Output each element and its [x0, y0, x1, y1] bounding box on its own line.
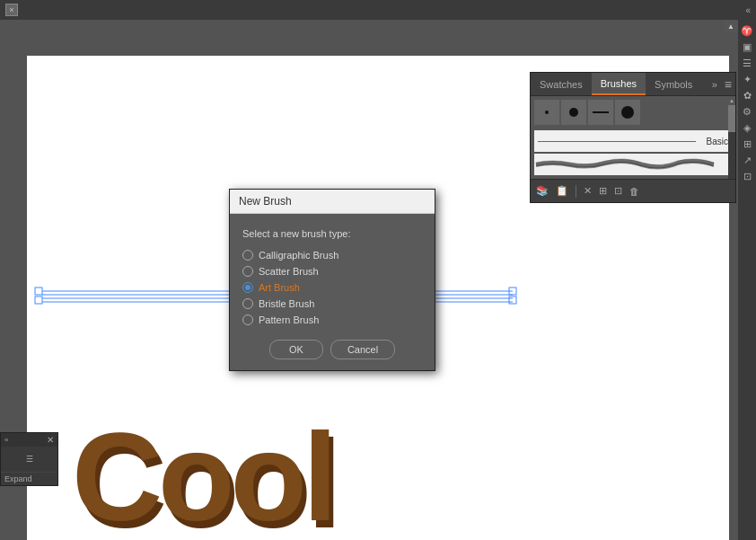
radio-scatter[interactable]: Scatter Brush — [242, 266, 422, 277]
toolbar-separator — [576, 185, 576, 198]
radio-pattern[interactable]: Pattern Brush — [242, 314, 422, 325]
delete-brush-icon[interactable]: ✕ — [582, 183, 593, 199]
sidebar-icon-7[interactable]: ◈ — [740, 120, 754, 135]
radio-label-calligraphic: Calligraphic Brush — [259, 250, 338, 261]
svg-rect-7 — [509, 297, 516, 304]
radio-label-scatter: Scatter Brush — [259, 266, 319, 277]
brush-dash — [593, 111, 609, 113]
brush-type-radio-group: Calligraphic Brush Scatter Brush Art Bru… — [242, 250, 422, 325]
radio-circle-calligraphic — [242, 250, 253, 261]
basic-brush-label: Basic — [707, 137, 728, 146]
mini-panel-close-button[interactable]: ✕ — [47, 435, 54, 445]
tab-swatches[interactable]: Swatches — [531, 73, 592, 95]
brush-item-dash[interactable] — [588, 100, 613, 125]
basic-brush-line — [538, 141, 696, 142]
scrollbar-thumb[interactable] — [728, 105, 735, 132]
radio-circle-bristle — [242, 298, 253, 309]
panel-scrollbar[interactable]: ▲ — [728, 96, 735, 179]
trash-icon[interactable]: 🗑 — [628, 184, 641, 199]
sidebar-icon-2[interactable]: ▣ — [740, 40, 754, 54]
radio-bristle[interactable]: Bristle Brush — [242, 298, 422, 309]
brush-item-dot-lg[interactable] — [615, 100, 640, 125]
radio-label-art: Art Brush — [259, 282, 300, 293]
cool-text: Cool — [72, 414, 333, 540]
radio-circle-pattern — [242, 314, 253, 325]
basic-brush-row[interactable]: Basic — [534, 130, 732, 152]
sidebar-icon-9[interactable]: ↗ — [740, 153, 754, 167]
brushes-panel: Swatches Brushes Symbols » ≡ — [530, 72, 736, 203]
tab-more[interactable]: » — [708, 79, 721, 90]
radio-label-bristle: Bristle Brush — [259, 298, 314, 309]
mini-panel-icon: ☰ — [26, 455, 33, 464]
scrollbar-up-arrow[interactable]: ▲ — [728, 96, 735, 105]
radio-calligraphic[interactable]: Calligraphic Brush — [242, 250, 422, 261]
brush-dot-large — [621, 106, 634, 119]
close-button[interactable]: × — [5, 4, 18, 16]
brush-dot-small — [545, 111, 549, 114]
collapse-icon: « — [745, 5, 751, 15]
sidebar-icon-4[interactable]: ✦ — [740, 72, 754, 86]
dialog-buttons: OK Cancel — [242, 340, 422, 359]
mini-panel-collapse-arrows[interactable]: « — [4, 436, 8, 444]
brush-texture-svg — [534, 154, 723, 175]
brush-dot-medium — [569, 108, 578, 117]
ok-button[interactable]: OK — [269, 340, 323, 359]
brushes-grid — [531, 96, 735, 128]
radio-circle-scatter — [242, 266, 253, 277]
panel-tabs: Swatches Brushes Symbols » ≡ — [531, 73, 735, 96]
dialog-title: New Brush — [239, 195, 292, 208]
right-sidebar: ♈ ▣ ☰ ✦ ✿ ⚙ ◈ ⊞ ↗ ⊡ — [738, 20, 756, 540]
brushes-toolbar: 📚 📋 ✕ ⊞ ⊡ 🗑 — [531, 179, 735, 202]
left-mini-panel: « ✕ ☰ Expand — [0, 432, 58, 486]
tab-symbols[interactable]: Symbols — [646, 73, 701, 95]
panel-menu-button[interactable]: ≡ — [721, 77, 735, 92]
mini-panel-title-bar: « ✕ — [1, 433, 57, 447]
new-brush-dialog: New Brush Select a new brush type: Calli… — [229, 189, 435, 371]
close-icon: × — [9, 5, 13, 14]
cancel-button[interactable]: Cancel — [330, 340, 395, 359]
brush-item-dot-sm[interactable] — [534, 100, 559, 125]
library-icon[interactable]: 📚 — [534, 183, 550, 199]
svg-rect-1 — [35, 297, 42, 304]
radio-circle-art — [242, 282, 253, 293]
basic-brush-section: Basic — [531, 128, 735, 179]
tab-brushes[interactable]: Brushes — [592, 73, 646, 95]
collapse-button[interactable]: « — [745, 5, 751, 15]
sidebar-icon-8[interactable]: ⊞ — [740, 137, 754, 151]
duplicate-brush-icon[interactable]: ⊞ — [597, 183, 609, 199]
brush-texture-row[interactable] — [534, 154, 732, 175]
mini-panel-body: ☰ — [1, 447, 57, 472]
sidebar-icon-10[interactable]: ⊡ — [740, 169, 754, 183]
svg-rect-0 — [35, 288, 42, 295]
new-brush-icon[interactable]: 📋 — [554, 183, 570, 199]
sidebar-icon-5[interactable]: ✿ — [740, 88, 754, 102]
sidebar-icon-3[interactable]: ☰ — [740, 56, 754, 70]
mini-panel-expand-label[interactable]: Expand — [1, 472, 57, 485]
dialog-body: Select a new brush type: Calligraphic Br… — [230, 214, 435, 370]
sidebar-icon-6[interactable]: ⚙ — [740, 104, 754, 119]
brush-item-dot-md[interactable] — [561, 100, 586, 125]
dialog-title-bar: New Brush — [230, 190, 435, 214]
dialog-prompt: Select a new brush type: — [242, 228, 422, 239]
radio-label-pattern: Pattern Brush — [259, 314, 319, 325]
sidebar-icon-1[interactable]: ♈ — [740, 23, 754, 38]
brush-options-icon[interactable]: ⊡ — [612, 183, 624, 199]
radio-art[interactable]: Art Brush — [242, 282, 422, 293]
scroll-arrow-up[interactable]: ▲ — [724, 20, 738, 32]
top-bar: × « — [0, 0, 756, 20]
